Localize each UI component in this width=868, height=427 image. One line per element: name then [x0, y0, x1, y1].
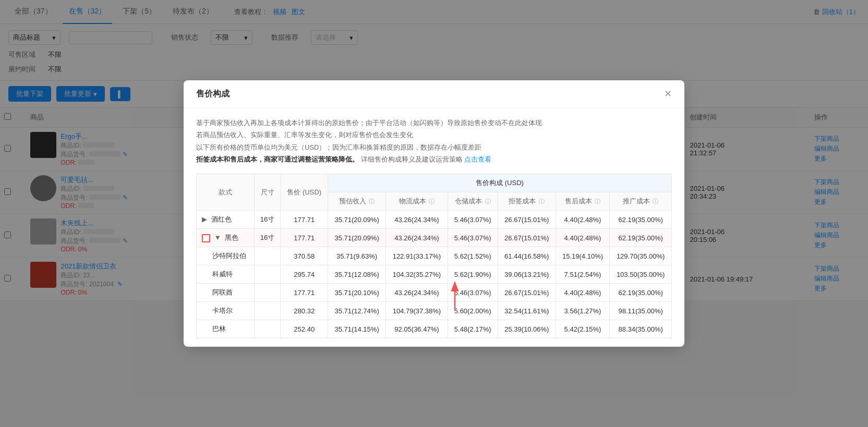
promotion-info-icon[interactable]: ⓘ [653, 198, 658, 204]
modal-close-button[interactable]: ✕ [664, 89, 672, 99]
selected-checkbox [202, 234, 210, 242]
modal-header: 售价构成 ✕ [184, 80, 684, 108]
modal-table-row: 科威特 295.74 35.71(12.08%) 104.32(35.27%) … [197, 265, 672, 284]
modal-title: 售价构成 [196, 89, 230, 100]
price-composition-modal: 售价构成 ✕ 基于商家预估收入再加上各项成本计算得出的原始售价；由于平台活动（如… [184, 80, 684, 301]
modal-table-wrapper: 款式 尺寸 售价 (USD) 售价构成 (USD) 预估收入 ⓘ 物流成本 ⓘ … [196, 174, 672, 301]
modal-price-table: 款式 尺寸 售价 (USD) 售价构成 (USD) 预估收入 ⓘ 物流成本 ⓘ … [196, 174, 672, 301]
est-income-info-icon[interactable]: ⓘ [369, 198, 375, 204]
modal-table-row-selected: ▼ 黑色 16寸 177.71 35.71(20.09%) 43.26(24.3… [197, 229, 672, 247]
col-size: 尺寸 [254, 174, 281, 211]
col-aftersale: 售后成本 ⓘ [556, 192, 610, 211]
col-est-income: 预估收入 ⓘ [328, 192, 386, 211]
logistics-info-icon[interactable]: ⓘ [429, 198, 435, 204]
modal-body: 基于商家预估收入再加上各项成本计算得出的原始售价；由于平台活动（如闪购等）导致原… [184, 108, 684, 301]
modal-notice: 基于商家预估收入再加上各项成本计算得出的原始售价；由于平台活动（如闪购等）导致原… [196, 117, 672, 166]
col-rejection: 拒签成本 ⓘ [498, 192, 556, 211]
modal-table-row: 沙特阿拉伯 370.58 35.71(9.63%) 122.91(33.17%)… [197, 247, 672, 265]
modal-table-row: ▶ 酒红色 16寸 177.71 35.71(20.09%) 43.26(24.… [197, 211, 672, 229]
col-group-header: 售价构成 (USD) [328, 174, 672, 192]
aftersale-info-icon[interactable]: ⓘ [595, 198, 600, 204]
col-promotion: 推广成本 ⓘ [610, 192, 672, 211]
modal-table-row: 阿联酋 177.71 35.71(20.10%) 43.26(24.34%) 5… [197, 284, 672, 301]
col-style: 款式 [197, 174, 255, 211]
col-price: 售价 (USD) [281, 174, 328, 211]
modal-overlay[interactable]: 售价构成 ✕ 基于商家预估收入再加上各项成本计算得出的原始售价；由于平台活动（如… [0, 0, 868, 301]
expand-button[interactable]: ▼ [214, 234, 221, 241]
notice-detail-link[interactable]: 点击查看 [464, 155, 491, 163]
col-storage: 仓储成本 ⓘ [448, 192, 498, 211]
col-logistics: 物流成本 ⓘ [386, 192, 448, 211]
storage-info-icon[interactable]: ⓘ [485, 198, 491, 204]
rejection-info-icon[interactable]: ⓘ [539, 198, 545, 204]
expand-button[interactable]: ▶ [202, 215, 207, 223]
